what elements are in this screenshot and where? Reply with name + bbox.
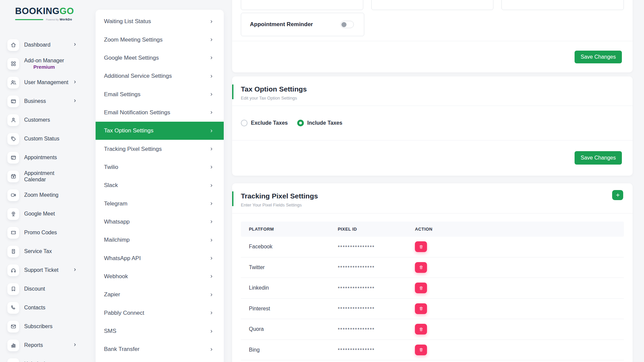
table-row: Quora ***************	[241, 319, 624, 340]
sidebar-item-custom-status[interactable]: Custom Status	[0, 129, 96, 148]
menu-item-bank-transfer[interactable]: Bank Transfer	[96, 340, 224, 358]
sidebar-item-google-meet[interactable]: Google Meet	[0, 204, 96, 223]
delete-button[interactable]	[415, 283, 427, 293]
sidebar-item-business[interactable]: Business	[0, 92, 96, 111]
menu-item-whatsapp-api[interactable]: WhatsApp API	[96, 249, 224, 267]
save-changes-button[interactable]: Save Changes	[575, 151, 622, 165]
menu-item-mailchimp[interactable]: Mailchimp	[96, 231, 224, 249]
table-header-row: PLATFORM PIXEL ID ACTION	[241, 222, 624, 237]
chevron-right-icon	[209, 110, 214, 115]
sidebar-item-label: Helpdesk	[24, 361, 47, 362]
menu-item-slack[interactable]: Slack	[96, 176, 224, 194]
sidebar-item-label: Custom Status	[24, 135, 59, 142]
sidebar-item-discount[interactable]: Discount	[0, 280, 96, 298]
menu-item-pabbly-connect[interactable]: Pabbly Connect	[96, 304, 224, 322]
sidebar-item-appointments[interactable]: Appointments	[0, 148, 96, 167]
toggle-knob	[341, 22, 346, 27]
tag-icon	[7, 133, 19, 145]
bar-chart-icon	[7, 340, 19, 351]
sidebar-item-addon-manager[interactable]: Add-on ManagerPremium	[0, 54, 96, 73]
user-icon	[7, 114, 19, 126]
sidebar-item-reports[interactable]: Reports	[0, 336, 96, 355]
menu-item-waiting-list-status[interactable]: Waiting List Status	[96, 12, 224, 31]
sidebar-item-label: Customers	[24, 117, 50, 123]
helpdesk-icon	[7, 358, 19, 362]
card-header: Tracking Pixel Settings Enter Your Pixel…	[232, 183, 633, 214]
sidebar-item-zoom-meeting[interactable]: Zoom Meeting	[0, 186, 96, 204]
pixel-id-cell: ***************	[330, 306, 407, 311]
sidebar-item-promo-codes[interactable]: Promo Codes	[0, 223, 96, 242]
menu-item-label: Bank Transfer	[104, 346, 140, 353]
delete-button[interactable]	[415, 324, 427, 335]
menu-item-zapier[interactable]: Zapier	[96, 286, 224, 304]
sidebar-item-label: Business	[24, 98, 46, 104]
sidebar-item-service-tax[interactable]: Service Tax	[0, 242, 96, 261]
menu-item-label: Google Meet Settings	[104, 55, 159, 61]
menu-item-label: Zapier	[104, 291, 120, 298]
brand-name: BOOKINGGO	[15, 6, 72, 16]
input-row	[232, 0, 633, 10]
card-icon	[7, 152, 19, 164]
text-input[interactable]	[501, 0, 624, 10]
trash-icon	[419, 327, 424, 332]
platform-cell: Quora	[241, 326, 330, 332]
sidebar-item-label: Add-on ManagerPremium	[24, 57, 64, 70]
radio-checked-icon[interactable]	[297, 120, 304, 126]
menu-item-whatsapp[interactable]: Whatsapp	[96, 213, 224, 231]
menu-item-webhook[interactable]: Webhook	[96, 267, 224, 286]
sidebar-item-contacts[interactable]: Contacts	[0, 298, 96, 317]
delete-button[interactable]	[415, 303, 427, 314]
menu-item-label: Email Notification Settings	[104, 109, 170, 116]
phone-icon	[7, 302, 19, 314]
menu-item-label: Email Settings	[104, 91, 141, 98]
pixel-id-cell: ***************	[330, 264, 407, 270]
menu-item-label: Additional Service Settings	[104, 73, 172, 79]
menu-item-email-notification-settings[interactable]: Email Notification Settings	[96, 104, 224, 122]
exclude-taxes-option[interactable]: Exclude Taxes	[241, 120, 288, 126]
powered-by: Powered ByWorkDo	[46, 18, 72, 21]
platform-cell: Twitter	[241, 264, 330, 270]
menu-item-twilio[interactable]: Twilio	[96, 158, 224, 176]
column-header-pixel-id: PIXEL ID	[330, 227, 407, 232]
sidebar-item-customers[interactable]: Customers	[0, 111, 96, 129]
section-title: Tax Option Settings	[241, 85, 624, 93]
sidebar-item-dashboard[interactable]: Dashboard	[0, 36, 96, 54]
chevron-right-icon	[209, 311, 214, 315]
table-row: Pinterest ***************	[241, 299, 624, 319]
menu-item-sms[interactable]: SMS	[96, 322, 224, 340]
sidebar-item-subscribers[interactable]: Subscribers	[0, 317, 96, 336]
pixel-id-cell: ***************	[330, 285, 407, 291]
delete-button[interactable]	[415, 262, 427, 273]
sidebar-item-support-ticket[interactable]: Support Ticket	[0, 261, 96, 280]
delete-button[interactable]	[415, 241, 427, 252]
sidebar-item-user-management[interactable]: User Management	[0, 73, 96, 92]
menu-item-email-settings[interactable]: Email Settings	[96, 85, 224, 103]
delete-button[interactable]	[415, 345, 427, 355]
menu-item-additional-service-settings[interactable]: Additional Service Settings	[96, 67, 224, 85]
chevron-right-icon	[73, 42, 77, 48]
menu-item-zoom-meeting-settings[interactable]: Zoom Meeting Settings	[96, 31, 224, 49]
radio-unchecked-icon[interactable]	[241, 120, 248, 126]
include-taxes-option[interactable]: Include Taxes	[297, 120, 342, 126]
chevron-right-icon	[209, 183, 214, 188]
trash-icon	[419, 244, 424, 249]
menu-item-google-meet-settings[interactable]: Google Meet Settings	[96, 49, 224, 67]
pixel-table: PLATFORM PIXEL ID ACTION Facebook ******…	[232, 214, 633, 360]
pixel-id-cell: ***************	[330, 347, 407, 353]
menu-item-telegram[interactable]: Telegram	[96, 194, 224, 213]
chevron-right-icon	[209, 129, 214, 133]
menu-item-tracking-pixel-settings[interactable]: Tracking Pixel Settings	[96, 140, 224, 158]
platform-cell: Bing	[241, 347, 330, 353]
video-camera-icon	[7, 189, 19, 201]
text-input[interactable]	[371, 0, 494, 10]
platform-cell: Pinterest	[241, 306, 330, 312]
table-row: Facebook ***************	[241, 237, 624, 257]
add-pixel-button[interactable]	[612, 190, 623, 200]
menu-item-tax-option-settings[interactable]: Tax Option Settings	[96, 122, 224, 140]
appointment-reminder-toggle[interactable]	[340, 21, 354, 28]
sidebar-item-appointment-calendar[interactable]: Appointment Calendar	[0, 167, 96, 186]
save-changes-button[interactable]: Save Changes	[575, 51, 622, 63]
notification-settings-card: Appointment Reminder Save Changes	[232, 0, 633, 72]
sidebar-item-helpdesk[interactable]: Helpdesk	[0, 355, 96, 362]
text-input[interactable]	[241, 0, 363, 10]
